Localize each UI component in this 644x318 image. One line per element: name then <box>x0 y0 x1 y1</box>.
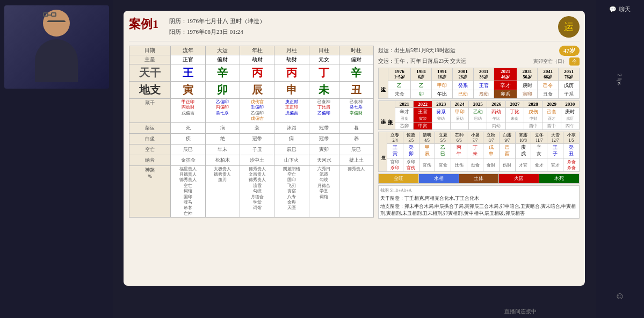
bottom-bar: 直播间连接中 <box>226 308 547 315</box>
dayun-year-4: 200126岁 <box>452 68 473 81</box>
ly-dz-8: 酉中 <box>524 122 542 130</box>
lm-h10: 立冬11/7 <box>531 132 547 144</box>
liuyue-table: 流月 立春2/4 惊蛰3/5 清明4/5 立夏5/5 芒种6/6 小暑7/7 立… <box>378 132 580 172</box>
dayun-year-9: 205176岁 <box>559 68 580 81</box>
ly-year-7: 2027 <box>505 101 524 108</box>
ly-tg-10: 庚时戌历 <box>561 108 579 122</box>
ly-tg-9: 己食酉才 <box>542 108 561 122</box>
lm-role7: 食财 <box>483 158 499 172</box>
lm-tg1: 王寅 <box>387 144 403 158</box>
lm-role10: 食才 <box>531 158 547 172</box>
label-shensha: 神煞% <box>129 165 171 218</box>
dayun-label: 大运 <box>379 68 388 99</box>
info-row-top: 起运：出生后5年1月8天19时起运 47岁 <box>378 46 580 56</box>
lm-tg8: 己酉 <box>499 144 515 158</box>
nayin-yue: 山下火 <box>274 155 309 165</box>
chart-logo: 运 <box>558 16 580 38</box>
dz-ri: 未 <box>309 82 339 99</box>
ss-yue: 劫财 <box>274 55 309 64</box>
ly-year-9: 2029 <box>542 101 561 108</box>
chart-main-grid: 日期 流年 大运 年柱 月柱 日柱 时柱 主星 正官 偏财 劫财 劫财 <box>129 46 580 280</box>
wuxing-bar: 金旺 水相 土体 火囚 木死 <box>378 174 580 184</box>
kong-yue: 辰巳 <box>274 144 309 155</box>
tg-shi: 辛 <box>339 64 373 82</box>
today-box[interactable]: 今 <box>569 57 580 66</box>
ly-year-10: 2030 <box>561 101 579 108</box>
ips-badge: 2 Ips <box>617 74 623 85</box>
wx-wood: 木死 <box>539 174 579 183</box>
shensha-shi: 德秀贵人 <box>339 165 373 218</box>
lm-tg2: 癸卯 <box>403 144 419 158</box>
ly-tg-4: 甲印辰幼 <box>450 108 468 122</box>
lm-role3: 官伤 <box>419 158 435 172</box>
liuyear-table: 流年小运 2021 2022 2023 2024 2025 2026 2027 … <box>378 100 580 130</box>
jieyun-shi: 暮 <box>339 122 373 133</box>
lunar-date: 阴历：1976年七月廿八 丑时（坤造） <box>169 16 265 27</box>
dz-dayun: 卯 <box>205 82 240 99</box>
shensha-dayun: 太极贵人德秀贵人血刃 <box>205 165 240 218</box>
qiyun-text: 起运：出生后5年1月8天19时起运 <box>378 47 455 54</box>
wx-earth: 土体 <box>459 174 500 183</box>
emoji-area: ☺ <box>615 291 625 313</box>
jieyun-dayun: 病 <box>205 122 240 133</box>
ly-dz-10: 丙午 <box>561 122 579 130</box>
lm-tg11: 王子 <box>547 144 563 158</box>
main-content: 案例1 阴历：1976年七月廿八 丑时（坤造） 阳历：1976年08月23日 0… <box>113 0 596 318</box>
kong-nian: 子丑 <box>240 144 274 155</box>
label-nayin: 纳音 <box>129 155 171 165</box>
left-panel <box>0 0 113 318</box>
tg-liunian: 王 <box>171 64 205 82</box>
nayin-ri: 天河水 <box>309 155 339 165</box>
lm-role4: 官食 <box>435 158 451 172</box>
label-jieyun: 架运 <box>129 122 171 133</box>
lm-h5: 芒种6/6 <box>451 132 467 144</box>
ly-tg-5: 乙幼巳幼 <box>469 108 487 122</box>
jieyun-nian: 衰 <box>240 122 274 133</box>
ly-tg-3: 癸系卯幼 <box>432 108 450 122</box>
lm-role2: 杀印官伤 <box>403 158 419 172</box>
dayun-dz-2: 卯 <box>411 90 432 99</box>
ly-dz-1: 乙卯 <box>395 122 414 130</box>
nayin-shi: 壁上土 <box>339 155 373 165</box>
ly-year-2: 2022 <box>414 101 432 108</box>
chart-dates: 阴历：1976年七月廿八 丑时（坤造） 阳历：1976年08月23日 01:24 <box>169 16 265 38</box>
live-label: 直播间连接中 <box>504 308 537 315</box>
tg-ri: 丁 <box>309 64 339 82</box>
baizi-dayun: 绝 <box>205 133 240 144</box>
cg-nian: 戊伤官 壬偏印 乙偏印 戊偏吉 <box>240 99 274 123</box>
dayun-tg-3: 甲印 <box>432 81 453 90</box>
kong-dayun: 年末 <box>205 144 240 155</box>
ly-tg-1: 辛才丑食 <box>395 108 414 122</box>
wx-water: 水相 <box>419 174 459 183</box>
notes-section: 截图 Shift+Alt+A 天干留意：丁壬相克,丙相克合化水,丁王合化木 地支… <box>378 185 580 219</box>
ly-tg-8: 戊伤申财 <box>524 108 542 122</box>
age-badge: 47岁 <box>559 46 580 56</box>
ly-dz-2: 甲寅 <box>414 122 432 130</box>
dz-shi: 丑 <box>339 82 373 99</box>
col-rizhu: 日柱 <box>309 46 339 55</box>
lm-role12: 杀食杀食 <box>563 158 580 172</box>
ly-dz-5 <box>469 122 487 130</box>
info-row-jiaoyun: 交运：壬午，丙年 日落后23天 交大运 寅卯空亡（日） 今 <box>378 57 580 66</box>
cg-liunian: 甲正印 丙劫财 戊偏吉 <box>171 99 205 123</box>
liuyear-label: 流年小运 <box>379 101 395 130</box>
label-baizi: 白坐 <box>129 133 171 144</box>
ly-year-5: 2025 <box>469 101 487 108</box>
lm-role11: 官才 <box>547 158 563 172</box>
col-liunian: 流年 <box>171 46 205 55</box>
lm-h9: 寒露10/8 <box>515 132 531 144</box>
lm-h8: 白露9/7 <box>499 132 515 144</box>
lm-h1: 立春2/4 <box>387 132 403 144</box>
notes1: 天干留意：丁壬相克,丙相克合化水,丁王合化木 <box>380 195 577 202</box>
dz-nian: 辰 <box>240 82 274 99</box>
dayun-table: 大运 19761~5岁 19816岁 199116岁 200126岁 20113… <box>378 68 580 99</box>
kong-ri: 寅卯 <box>309 144 339 155</box>
jieyun-liunian: 死 <box>171 122 205 133</box>
ly-year-4: 2024 <box>450 101 468 108</box>
bazi-table: 日期 流年 大运 年柱 月柱 日柱 时柱 主星 正官 偏财 劫财 劫财 <box>129 46 374 218</box>
dayun-year-7: 203156岁 <box>517 68 538 81</box>
solar-date: 阳历：1976年08月23日 01:24 <box>169 27 265 38</box>
dayun-tg-4: 癸系 <box>452 81 473 90</box>
cg-yue: 庚正财 王正印 戊偏吉 <box>274 99 309 123</box>
lm-tg4: 乙巳 <box>435 144 451 158</box>
